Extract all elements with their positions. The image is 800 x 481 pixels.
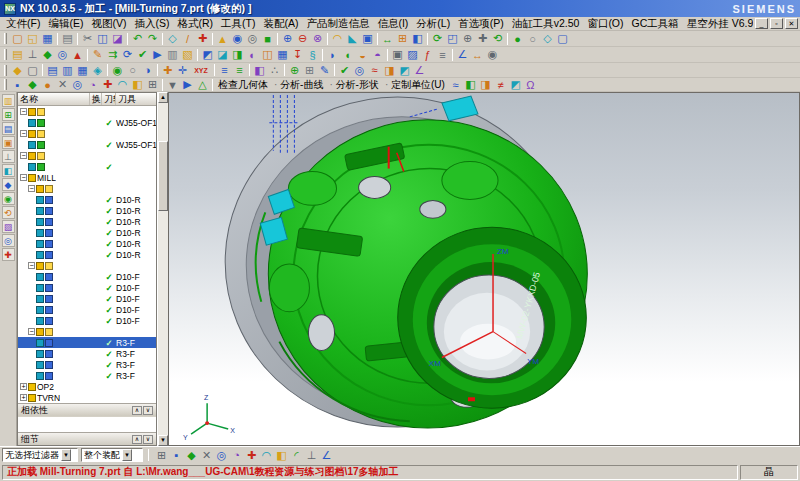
constraint-navigator-icon[interactable]: ⊞ — [2, 108, 15, 121]
operation-row[interactable]: − — [18, 183, 156, 194]
expand-icon[interactable]: + — [20, 383, 27, 390]
refresh-icon[interactable]: ⟳ — [430, 32, 445, 46]
toolpath-list-icon[interactable]: ≡ — [435, 48, 450, 62]
layer-visible-in-view-icon[interactable]: ≡ — [232, 63, 247, 77]
menu-item[interactable]: 星空外挂 V6.935F — [683, 17, 753, 31]
section-analysis-icon[interactable]: ◨ — [382, 63, 397, 77]
operation-row[interactable]: ✓D10-F — [18, 315, 156, 326]
operation-row[interactable]: − — [18, 326, 156, 337]
deviation-gauge-icon[interactable]: ≈ — [367, 63, 382, 77]
wcs-origin-icon[interactable]: ✛ — [175, 63, 190, 77]
orient-view-icon[interactable]: ◆ — [10, 63, 25, 77]
operation-row[interactable]: − — [18, 106, 156, 117]
face-point-toggle-icon[interactable]: ◧ — [274, 448, 289, 462]
menu-item[interactable]: 编辑(E) — [44, 17, 87, 31]
shop-doc-icon[interactable]: ▧ — [180, 48, 195, 62]
drill-icon[interactable]: ↧ — [290, 48, 305, 62]
contour-area-icon[interactable]: ◨ — [230, 48, 245, 62]
menu-item[interactable]: 油缸工具v2.50 — [508, 17, 584, 31]
turn-thread-icon[interactable]: ◓ — [370, 48, 385, 62]
plus-icon[interactable]: ⊕ — [287, 63, 302, 77]
history-icon[interactable]: ⟲ — [2, 206, 15, 219]
operation-row[interactable]: ✓D10-R — [18, 227, 156, 238]
snap-midpoint-icon[interactable]: ◆ — [25, 78, 40, 92]
menu-item[interactable]: GC工具箱 — [628, 17, 683, 31]
curve-analysis-icon[interactable]: ≈ — [448, 78, 463, 92]
collapse-icon[interactable]: − — [20, 152, 27, 159]
collapse-icon[interactable]: − — [28, 262, 35, 269]
operation-row[interactable]: ✓D10-R — [18, 194, 156, 205]
invert-shown-icon[interactable]: ◑ — [140, 63, 155, 77]
dependencies-bar[interactable]: 相依性 ∧ ∨ — [18, 403, 156, 416]
operation-row[interactable]: ✓D10-F — [18, 271, 156, 282]
view-triad[interactable]: Z X Y — [183, 394, 235, 441]
selection-scope-dropdown[interactable]: 整个装配 ▼ — [81, 448, 143, 462]
layer-settings-icon[interactable]: ≡ — [217, 63, 232, 77]
check-geometry-icon[interactable]: ✔ — [337, 63, 352, 77]
face-mill-icon[interactable]: ▦ — [275, 48, 290, 62]
object-info-icon[interactable]: ◉ — [485, 48, 500, 62]
operation-row[interactable]: ✓R3-F — [18, 359, 156, 370]
gap-flush-icon[interactable]: ≠ — [493, 78, 508, 92]
create-operation-icon[interactable]: ▲ — [70, 48, 85, 62]
pattern-icon[interactable]: ⊞ — [395, 32, 410, 46]
shaded-view-icon[interactable]: ● — [510, 32, 525, 46]
navigator-scrollbar[interactable]: ▲ ▼ — [157, 92, 168, 446]
operation-row[interactable]: ✓D10-R — [18, 238, 156, 249]
menu-item[interactable]: 格式(R) — [173, 17, 217, 31]
navigator-column-header[interactable]: 换 — [90, 93, 102, 105]
doc-close-button[interactable]: ✕ — [785, 18, 798, 29]
operation-row[interactable]: ✓D10-R — [18, 249, 156, 260]
toolbar-grip[interactable] — [4, 49, 7, 60]
graphics-window[interactable]: ZM XM YM MW-02-YKXD-05 Z X Y — [168, 92, 800, 446]
machine-tool-navigator-icon[interactable]: ⊥ — [2, 150, 15, 163]
tool-library-icon[interactable]: ▨ — [405, 48, 420, 62]
thread-mill-icon[interactable]: § — [305, 48, 320, 62]
menu-item[interactable]: 产品制造信息 — [302, 17, 373, 31]
toolbar-grip[interactable] — [4, 33, 7, 44]
menu-item[interactable]: 分析(L) — [412, 17, 454, 31]
undo-icon[interactable]: ↶ — [130, 32, 145, 46]
fit-view-icon[interactable]: ◰ — [445, 32, 460, 46]
center-toggle-icon[interactable]: ◎ — [214, 448, 229, 462]
scroll-down-button[interactable]: ▼ — [158, 435, 168, 446]
snap-arc-center-icon[interactable]: ◎ — [70, 78, 85, 92]
paste-icon[interactable]: ◪ — [110, 32, 125, 46]
new-file-icon[interactable]: ▢ — [10, 32, 25, 46]
menu-item[interactable]: 首选项(P) — [454, 17, 508, 31]
print-icon[interactable]: ▤ — [60, 32, 75, 46]
menu-item[interactable]: 工具(T) — [217, 17, 259, 31]
highlight-icon[interactable]: △ — [195, 78, 210, 92]
generate-toolpath-icon[interactable]: ⇉ — [105, 48, 120, 62]
snap-control-point-icon[interactable]: ● — [40, 78, 55, 92]
endpoint-toggle-icon[interactable]: ▪ — [169, 448, 184, 462]
surface-analysis-icon[interactable]: ◧ — [463, 78, 478, 92]
subtract-icon[interactable]: ⊖ — [295, 32, 310, 46]
menu-item[interactable]: 窗口(O) — [583, 17, 627, 31]
menu-item[interactable]: 装配(A) — [259, 17, 302, 31]
draft-analysis-icon[interactable]: ∠ — [412, 63, 427, 77]
curve-point-toggle-icon[interactable]: ◠ — [259, 448, 274, 462]
turn-rough-icon[interactable]: ◗ — [325, 48, 340, 62]
analysis-command-button[interactable]: 定制单位(U) — [382, 78, 448, 92]
part-navigator-icon[interactable]: ▤ — [2, 122, 15, 135]
operation-row[interactable]: ✓D10-F — [18, 304, 156, 315]
toolbar-grip[interactable] — [4, 79, 7, 90]
section-icon[interactable]: ◨ — [478, 78, 493, 92]
reflection-analysis-icon[interactable]: ◩ — [397, 63, 412, 77]
menu-item[interactable]: 视图(V) — [87, 17, 130, 31]
reflect-analysis-icon[interactable]: ◩ — [508, 78, 523, 92]
reuse-library-icon[interactable]: ◧ — [2, 164, 15, 177]
operation-row[interactable]: ✓WJ55-OF1 — [18, 117, 156, 128]
collapse-icon[interactable]: − — [20, 108, 27, 115]
front-view2-icon[interactable]: ▥ — [60, 63, 75, 77]
create-method-icon[interactable]: ◎ — [55, 48, 70, 62]
scrollbar-thumb[interactable] — [158, 141, 168, 211]
show-hide-icon[interactable]: ◉ — [110, 63, 125, 77]
front-view-icon[interactable]: ▢ — [555, 32, 570, 46]
operation-row[interactable]: − — [18, 260, 156, 271]
operation-row[interactable]: ✓D10-F — [18, 282, 156, 293]
operation-row[interactable]: ✓ — [18, 161, 156, 172]
mirror-icon[interactable]: ◧ — [410, 32, 425, 46]
hole-icon[interactable]: ◎ — [245, 32, 260, 46]
